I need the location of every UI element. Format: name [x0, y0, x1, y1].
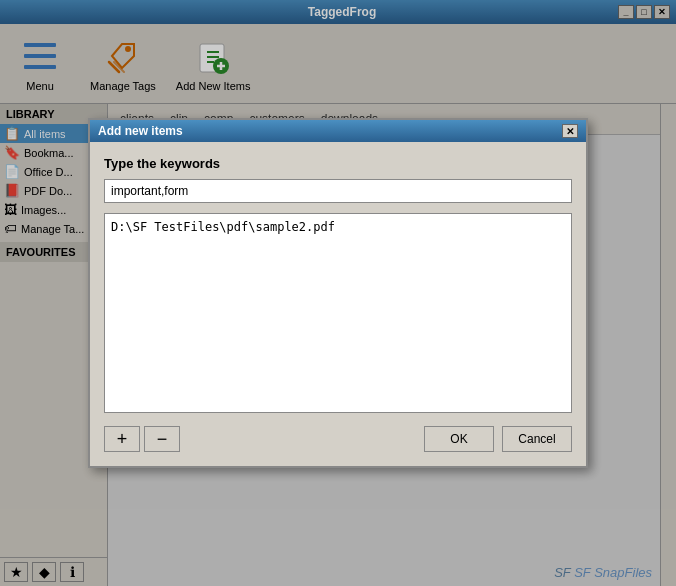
- modal-titlebar: Add new items ✕: [90, 120, 586, 142]
- file-path-textarea[interactable]: D:\SF TestFiles\pdf\sample2.pdf: [104, 213, 572, 413]
- modal-footer: + − OK Cancel: [104, 426, 572, 456]
- modal-footer-right: OK Cancel: [424, 426, 572, 452]
- modal-footer-left: + −: [104, 426, 180, 452]
- modal-close-button[interactable]: ✕: [562, 124, 578, 138]
- modal-title: Add new items: [98, 124, 183, 138]
- cancel-button[interactable]: Cancel: [502, 426, 572, 452]
- keywords-input[interactable]: [104, 179, 572, 203]
- modal-body: Type the keywords D:\SF TestFiles\pdf\sa…: [90, 142, 586, 466]
- add-new-items-modal: Add new items ✕ Type the keywords D:\SF …: [88, 118, 588, 468]
- add-file-button[interactable]: +: [104, 426, 140, 452]
- modal-overlay: Add new items ✕ Type the keywords D:\SF …: [0, 0, 676, 586]
- remove-file-button[interactable]: −: [144, 426, 180, 452]
- ok-button[interactable]: OK: [424, 426, 494, 452]
- modal-section-title: Type the keywords: [104, 156, 572, 171]
